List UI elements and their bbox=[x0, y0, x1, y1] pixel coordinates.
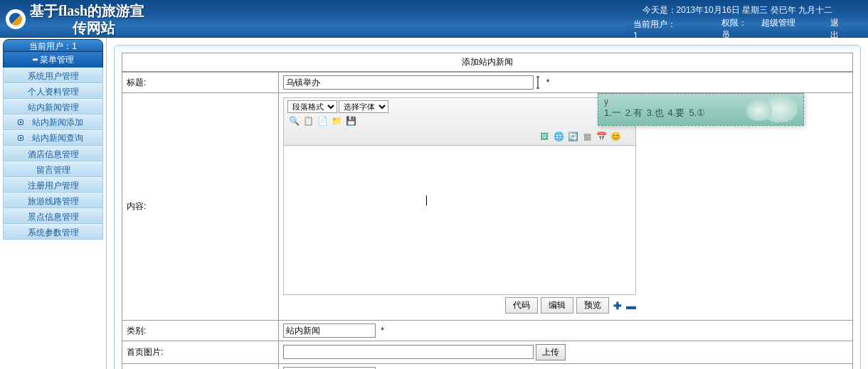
sidebar-item-3[interactable]: 站内新闻添加 bbox=[3, 114, 103, 130]
text-cursor-icon bbox=[536, 76, 541, 89]
ime-candidate[interactable]: 4.要 bbox=[668, 107, 685, 118]
user-bar: 当前用户：1 权限：超级管理员 退出 bbox=[626, 23, 868, 36]
sidebar-item-4[interactable]: 站内新闻查询 bbox=[3, 130, 103, 146]
sidebar: 当前用户：1 ▪▪▪▪ 菜单管理 系统用户管理个人资料管理站内新闻管理站内新闻添… bbox=[0, 38, 107, 369]
editor-tab-edit[interactable]: 编辑 bbox=[541, 297, 573, 314]
folder-icon[interactable]: 📁 bbox=[330, 114, 343, 127]
logo-icon bbox=[6, 9, 26, 29]
ime-candidate[interactable]: 5.① bbox=[689, 107, 705, 118]
content-area: 添加站内新闻 标题: * 内容: bbox=[107, 38, 868, 369]
menu-header-icon: ▪▪▪▪ bbox=[32, 52, 36, 68]
sidebar-user-tab: 当前用户：1 bbox=[3, 39, 103, 52]
editor-body[interactable] bbox=[283, 146, 636, 295]
table-icon[interactable]: ▦ bbox=[581, 130, 593, 143]
emoji-icon[interactable]: 😊 bbox=[609, 130, 622, 143]
panel-title: 添加站内新闻 bbox=[122, 53, 853, 72]
paragraph-format-select[interactable]: 段落格式 bbox=[287, 100, 337, 113]
sidebar-item-9[interactable]: 景点信息管理 bbox=[3, 208, 103, 224]
hits-label: 点击率: bbox=[122, 364, 279, 370]
current-user: 当前用户：1 bbox=[633, 18, 707, 41]
arrow-icon bbox=[18, 135, 23, 141]
plus-icon[interactable]: ✚ bbox=[613, 300, 622, 311]
refresh-icon[interactable]: 🔄 bbox=[566, 130, 579, 143]
arrow-icon bbox=[18, 119, 23, 125]
editor-tab-preview[interactable]: 预览 bbox=[576, 297, 609, 314]
ime-mascot-icon bbox=[762, 95, 798, 122]
sidebar-item-1[interactable]: 个人资料管理 bbox=[3, 83, 103, 99]
menu-header: ▪▪▪▪ 菜单管理 bbox=[3, 52, 103, 68]
title-input[interactable] bbox=[283, 75, 534, 90]
ime-candidate[interactable]: 3.也 bbox=[647, 107, 664, 118]
image-icon[interactable]: 🖼 bbox=[538, 130, 551, 143]
ime-panel: y 1.一2.有3.也4.要5.① ▸ bbox=[598, 93, 804, 126]
editor-toolbar: 段落格式 选择字体 ✂ 🔍 📋 📄 📁 💾 bbox=[283, 97, 636, 146]
logout-link[interactable]: 退出 bbox=[830, 17, 847, 41]
app-header: 基于flash的旅游宣 传网站 今天是：2013年10月16日 星期三 癸巳年 … bbox=[0, 0, 868, 38]
globe-icon[interactable]: 🌐 bbox=[552, 130, 565, 143]
app-title-line1: 基于flash的旅游宣 bbox=[30, 2, 144, 19]
copy-icon[interactable]: 📋 bbox=[302, 114, 314, 127]
sidebar-item-10[interactable]: 系统参数管理 bbox=[3, 224, 103, 240]
image-label: 首页图片: bbox=[122, 341, 279, 364]
category-label: 类别: bbox=[122, 321, 279, 341]
content-label: 内容: bbox=[122, 93, 279, 321]
minus-icon[interactable]: ▬ bbox=[626, 300, 636, 311]
sidebar-item-6[interactable]: 留言管理 bbox=[3, 161, 103, 177]
logo-area: 基于flash的旅游宣 传网站 bbox=[0, 0, 150, 38]
title-label: 标题: bbox=[122, 73, 279, 93]
calendar-icon[interactable]: 📅 bbox=[595, 130, 608, 143]
search-icon[interactable]: 🔍 bbox=[287, 114, 300, 127]
ime-candidate[interactable]: 2.有 bbox=[625, 107, 642, 118]
date-display: 今天是：2013年10月16日 星期三 癸巳年 九月十二 bbox=[642, 4, 832, 16]
ime-candidate[interactable]: 1.一 bbox=[604, 107, 621, 118]
sidebar-item-0[interactable]: 系统用户管理 bbox=[3, 68, 103, 83]
save-icon[interactable]: 💾 bbox=[344, 114, 357, 127]
sidebar-item-8[interactable]: 旅游线路管理 bbox=[3, 193, 103, 208]
sidebar-item-7[interactable]: 注册用户管理 bbox=[3, 177, 103, 193]
rich-text-editor: 段落格式 选择字体 ✂ 🔍 📋 📄 📁 💾 bbox=[283, 97, 636, 316]
user-role: 权限：超级管理员 bbox=[721, 17, 816, 41]
image-path-input[interactable] bbox=[283, 345, 534, 359]
category-input[interactable] bbox=[283, 323, 376, 338]
upload-button[interactable]: 上传 bbox=[536, 344, 566, 360]
sidebar-item-2[interactable]: 站内新闻管理 bbox=[3, 99, 103, 114]
editor-tab-code[interactable]: 代码 bbox=[505, 297, 538, 314]
paste-icon[interactable]: 📄 bbox=[316, 114, 329, 127]
sidebar-item-5[interactable]: 酒店信息管理 bbox=[3, 146, 103, 161]
font-family-select[interactable]: 选择字体 bbox=[339, 100, 388, 113]
app-title-line2: 传网站 bbox=[73, 19, 144, 36]
